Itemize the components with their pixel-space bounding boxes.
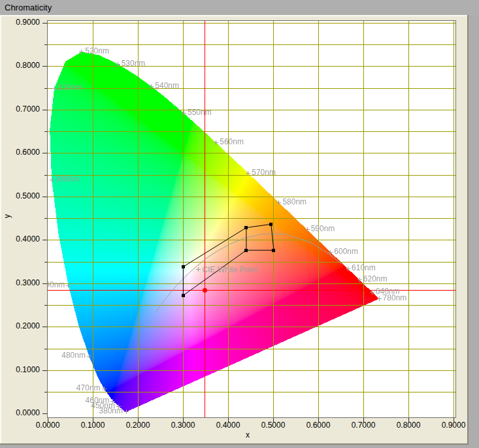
wavelength-label: 520nm	[85, 47, 109, 56]
wavelength-label: 600nm	[334, 248, 358, 256]
wavelength-label: 620nm	[363, 275, 388, 283]
cie-white-point-label: CIE White Point	[203, 266, 258, 274]
wavelength-label: 470nm	[61, 384, 101, 392]
panel-bevel-left	[0, 15, 1, 445]
window-title: Chromaticity	[5, 3, 52, 12]
wavelength-label: 480nm	[48, 351, 86, 360]
title-bar: Chromaticity	[0, 0, 479, 15]
wavelength-label: 530nm	[122, 59, 146, 68]
plot-area[interactable]: CIE White Point 380nm450nm460nm470nm480n…	[47, 20, 456, 418]
wavelength-label: 460nm	[70, 396, 109, 405]
panel-bevel-bottom	[0, 443, 469, 445]
panel-bevel-top	[0, 15, 469, 16]
wavelength-label: 590nm	[311, 225, 335, 233]
plot-label-layer: CIE White Point 380nm450nm460nm470nm480n…	[48, 21, 455, 417]
wavelength-label: 510nm	[58, 84, 82, 92]
panel-bevel-right	[467, 15, 469, 445]
wavelength-label: 560nm	[220, 138, 244, 146]
wavelength-label: 780nm	[383, 294, 407, 302]
wavelength-label: 570nm	[252, 168, 276, 177]
wavelength-label: 580nm	[282, 198, 306, 206]
wavelength-label: 540nm	[155, 82, 179, 90]
wavelength-label: 490nm	[48, 281, 65, 289]
wavelength-label: 610nm	[352, 264, 376, 272]
wavelength-label: 550nm	[188, 108, 212, 117]
wavelength-label: 500nm	[56, 175, 80, 184]
